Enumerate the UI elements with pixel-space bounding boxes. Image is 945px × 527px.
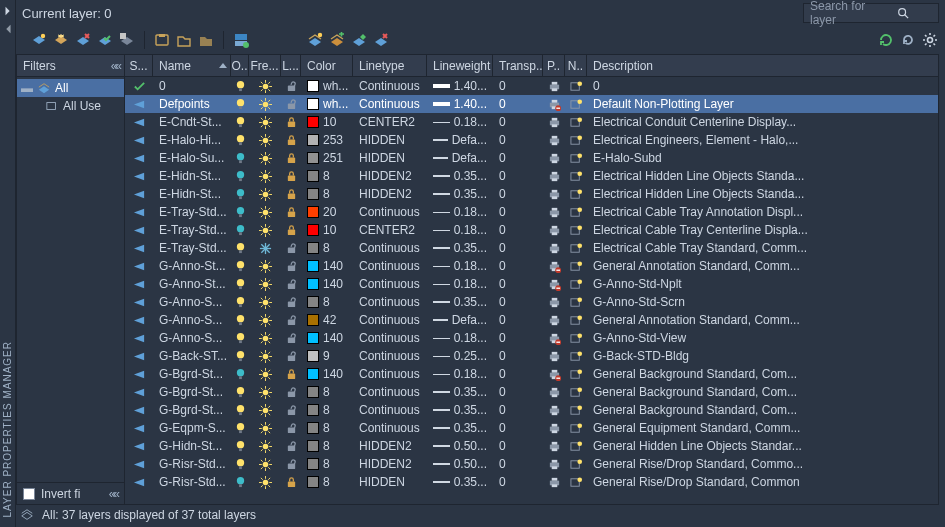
col-desc[interactable]: Description xyxy=(587,55,938,76)
cell-color[interactable]: 140 xyxy=(301,367,353,381)
col-on[interactable]: O.. xyxy=(231,55,249,76)
cell-name[interactable]: G-Hidn-St... xyxy=(153,439,231,453)
cell-transparency[interactable]: 0 xyxy=(493,187,543,201)
cell-name[interactable]: G-Back-ST... xyxy=(153,349,231,363)
cell-freeze[interactable] xyxy=(249,404,281,417)
cell-plot[interactable] xyxy=(543,368,565,381)
cell-transparency[interactable]: 0 xyxy=(493,367,543,381)
cell-transparency[interactable]: 0 xyxy=(493,385,543,399)
cell-color[interactable]: 140 xyxy=(301,277,353,291)
cell-plot[interactable] xyxy=(543,170,565,183)
cell-description[interactable]: Electrical Conduit Centerline Display... xyxy=(587,115,938,129)
cell-description[interactable]: G-Anno-Std-Nplt xyxy=(587,277,938,291)
table-row[interactable]: G-Risr-Std... 8 HIDDEN2 0.50... 0 Genera… xyxy=(125,455,938,473)
cell-newvp[interactable] xyxy=(565,116,587,129)
cell-on[interactable] xyxy=(231,116,249,129)
cell-description[interactable]: General Rise/Drop Standard, Commo... xyxy=(587,457,938,471)
cell-freeze[interactable] xyxy=(249,440,281,453)
cell-on[interactable] xyxy=(231,296,249,309)
pin-right-icon[interactable] xyxy=(1,4,15,18)
table-row[interactable]: 0 wh... Continuous 1.40... 0 0 xyxy=(125,77,938,95)
cell-lineweight[interactable]: 0.18... xyxy=(427,367,493,381)
cell-lineweight[interactable]: 0.18... xyxy=(427,259,493,273)
cell-color[interactable]: 8 xyxy=(301,169,353,183)
cell-on[interactable] xyxy=(231,260,249,273)
cell-color[interactable]: 8 xyxy=(301,295,353,309)
cell-transparency[interactable]: 0 xyxy=(493,79,543,93)
cell-lock[interactable] xyxy=(281,332,301,345)
cell-freeze[interactable] xyxy=(249,80,281,93)
cell-plot[interactable] xyxy=(543,98,565,111)
cell-freeze[interactable] xyxy=(249,188,281,201)
cell-lineweight[interactable]: Defa... xyxy=(427,151,493,165)
cell-newvp[interactable] xyxy=(565,332,587,345)
cell-color[interactable]: 140 xyxy=(301,259,353,273)
cell-lineweight[interactable]: 1.40... xyxy=(427,97,493,111)
layer-filter-delete-icon[interactable] xyxy=(372,31,390,49)
table-row[interactable]: G-Anno-St... 140 Continuous 0.18... 0 G-… xyxy=(125,275,938,293)
cell-lock[interactable] xyxy=(281,422,301,435)
cell-plot[interactable] xyxy=(543,422,565,435)
cell-transparency[interactable]: 0 xyxy=(493,205,543,219)
cell-linetype[interactable]: HIDDEN2 xyxy=(353,169,427,183)
cell-color[interactable]: 10 xyxy=(301,223,353,237)
cell-description[interactable]: Electrical Cable Tray Centerline Displa.… xyxy=(587,223,938,237)
cell-lock[interactable] xyxy=(281,296,301,309)
cell-linetype[interactable]: CENTER2 xyxy=(353,115,427,129)
cell-name[interactable]: G-Bgrd-St... xyxy=(153,403,231,417)
cell-freeze[interactable] xyxy=(249,422,281,435)
cell-freeze[interactable] xyxy=(249,206,281,219)
cell-name[interactable]: G-Anno-S... xyxy=(153,331,231,345)
cell-name[interactable]: G-Anno-St... xyxy=(153,259,231,273)
cell-lineweight[interactable]: 0.25... xyxy=(427,349,493,363)
cell-description[interactable]: General Equipment Standard, Comm... xyxy=(587,421,938,435)
cell-linetype[interactable]: Continuous xyxy=(353,277,427,291)
cell-lineweight[interactable]: 0.35... xyxy=(427,421,493,435)
cell-name[interactable]: E-Hidn-St... xyxy=(153,169,231,183)
cell-description[interactable]: E-Halo-Subd xyxy=(587,151,938,165)
cell-lineweight[interactable]: 0.35... xyxy=(427,241,493,255)
col-name[interactable]: Name xyxy=(153,55,231,76)
col-transp[interactable]: Transp... xyxy=(493,55,543,76)
cell-name[interactable]: E-Hidn-St... xyxy=(153,187,231,201)
cell-newvp[interactable] xyxy=(565,98,587,111)
cell-linetype[interactable]: HIDDEN2 xyxy=(353,439,427,453)
cell-plot[interactable] xyxy=(543,80,565,93)
cell-lock[interactable] xyxy=(281,260,301,273)
cell-lock[interactable] xyxy=(281,350,301,363)
cell-lock[interactable] xyxy=(281,152,301,165)
cell-newvp[interactable] xyxy=(565,80,587,93)
cell-plot[interactable] xyxy=(543,206,565,219)
table-row[interactable]: G-Bgrd-St... 8 Continuous 0.35... 0 Gene… xyxy=(125,383,938,401)
table-row[interactable]: G-Risr-Std... 8 HIDDEN 0.35... 0 General… xyxy=(125,473,938,491)
cell-description[interactable]: Electrical Hidden Line Objects Standa... xyxy=(587,187,938,201)
cell-linetype[interactable]: Continuous xyxy=(353,421,427,435)
cell-linetype[interactable]: Continuous xyxy=(353,259,427,273)
cell-lineweight[interactable]: 0.18... xyxy=(427,205,493,219)
cell-color[interactable]: 9 xyxy=(301,349,353,363)
layer-states-save-icon[interactable] xyxy=(197,31,215,49)
cell-transparency[interactable]: 0 xyxy=(493,421,543,435)
cell-on[interactable] xyxy=(231,476,249,489)
cell-freeze[interactable] xyxy=(249,152,281,165)
cell-lineweight[interactable]: 1.40... xyxy=(427,79,493,93)
cell-color[interactable]: 8 xyxy=(301,439,353,453)
table-row[interactable]: E-Tray-Std... 20 Continuous 0.18... 0 El… xyxy=(125,203,938,221)
cell-color[interactable]: 251 xyxy=(301,151,353,165)
cell-newvp[interactable] xyxy=(565,404,587,417)
cell-on[interactable] xyxy=(231,314,249,327)
table-row[interactable]: G-Bgrd-St... 140 Continuous 0.18... 0 Ge… xyxy=(125,365,938,383)
cell-newvp[interactable] xyxy=(565,242,587,255)
cell-plot[interactable] xyxy=(543,152,565,165)
cell-freeze[interactable] xyxy=(249,134,281,147)
cell-transparency[interactable]: 0 xyxy=(493,295,543,309)
cell-on[interactable] xyxy=(231,368,249,381)
set-current-icon[interactable] xyxy=(96,31,114,49)
cell-freeze[interactable] xyxy=(249,242,281,255)
cell-lineweight[interactable]: 0.35... xyxy=(427,475,493,489)
cell-description[interactable]: Electrical Cable Tray Annotation Displ..… xyxy=(587,205,938,219)
cell-on[interactable] xyxy=(231,224,249,237)
filter-item[interactable]: All Use xyxy=(17,97,124,115)
cell-lock[interactable] xyxy=(281,80,301,93)
cell-plot[interactable] xyxy=(543,440,565,453)
